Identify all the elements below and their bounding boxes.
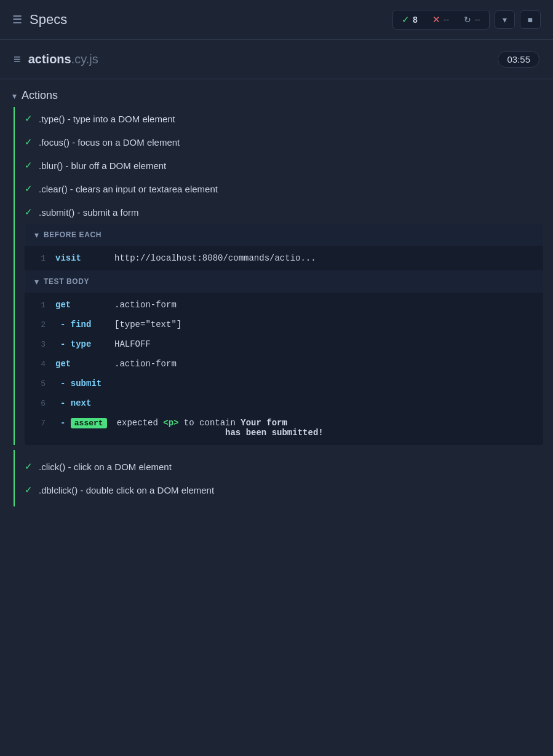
chevron-button[interactable]: ▾ <box>495 10 515 29</box>
pass-icon: ✓ <box>25 461 33 472</box>
code-row: 4 get .action-form <box>25 354 543 374</box>
line-number: 3 <box>37 340 46 349</box>
test-label: .submit() - submit a form <box>39 207 139 218</box>
command-arg: http://localhost:8080/commands/actio... <box>114 253 316 263</box>
header: ☰ Specs ✓ 8 ✕ -- ↻ -- ▾ ■ <box>0 0 553 40</box>
command: get <box>55 300 105 310</box>
test-item[interactable]: ✓ .blur() - blur off a DOM element <box>15 154 553 177</box>
suite-name: Actions <box>22 89 58 102</box>
file-ext: .cy.js <box>71 52 98 66</box>
test-label: .dblclick() - double click on a DOM elem… <box>39 485 214 495</box>
pass-icon: ✓ <box>25 183 33 194</box>
before-each-header[interactable]: ▾ BEFORE EACH <box>25 224 543 246</box>
test-item[interactable]: ✓ .click() - click on a DOM element <box>15 455 553 478</box>
code-row: 3 - type HALFOFF <box>25 334 543 354</box>
test-label: .clear() - clears an input or textarea e… <box>39 184 218 194</box>
pass-stat: ✓ 8 <box>402 14 418 25</box>
pass-icon: ✓ <box>25 136 33 148</box>
code-row: 5 - submit <box>25 374 543 393</box>
command: - find <box>55 320 105 329</box>
test-body-title: TEST BODY <box>44 277 89 286</box>
fail-count: -- <box>444 15 449 25</box>
line-number: 2 <box>37 320 46 329</box>
fail-icon: ✕ <box>432 14 440 25</box>
command: - submit <box>55 379 105 388</box>
command: - next <box>55 398 105 408</box>
command: - assert <box>55 418 107 428</box>
pass-icon: ✓ <box>25 207 33 218</box>
square-button[interactable]: ■ <box>520 10 541 29</box>
test-expanded: ▾ BEFORE EACH 1 visit http://localhost:8… <box>25 224 543 445</box>
page-title: Specs <box>30 12 67 28</box>
file-row: ≡ actions.cy.js 03:55 <box>0 40 553 79</box>
pass-icon: ✓ <box>25 484 33 495</box>
file-icon: ≡ <box>14 52 21 66</box>
assert-text: expected <p> to contain Your form has be… <box>117 418 324 438</box>
command: get <box>55 359 105 369</box>
bottom-tests: ✓ .click() - click on a DOM element ✓ .d… <box>14 450 553 506</box>
test-item[interactable]: ✓ .clear() - clears an input or textarea… <box>15 177 553 200</box>
test-item[interactable]: ✓ .submit() - submit a form <box>15 200 553 224</box>
fail-stat: ✕ -- <box>432 14 449 25</box>
chevron-down-icon: ▾ <box>12 91 17 101</box>
test-body-code: 1 get .action-form 2 - find [type="text"… <box>25 293 543 445</box>
tag-highlight: <p> <box>163 418 178 428</box>
menu-icon[interactable]: ☰ <box>12 13 22 26</box>
code-row: 1 visit http://localhost:8080/commands/a… <box>25 248 543 268</box>
command-arg: [type="text"] <box>114 320 181 329</box>
suite-header[interactable]: ▾ Actions <box>0 79 553 107</box>
test-label: .blur() - blur off a DOM element <box>39 160 166 171</box>
test-label: .click() - click on a DOM element <box>39 462 172 472</box>
before-each-code: 1 visit http://localhost:8080/commands/a… <box>25 246 543 270</box>
command-arg: HALFOFF <box>114 339 151 349</box>
line-number: 5 <box>37 379 46 388</box>
code-row: 1 get .action-form <box>25 295 543 315</box>
line-number: 6 <box>37 399 46 408</box>
file-duration: 03:55 <box>498 51 539 68</box>
test-label: .focus() - focus on a DOM element <box>39 137 180 148</box>
code-row: 6 - next <box>25 393 543 413</box>
line-number: 7 <box>37 419 46 428</box>
header-right: ✓ 8 ✕ -- ↻ -- ▾ ■ <box>392 10 541 30</box>
test-list: ✓ .type() - type into a DOM element ✓ .f… <box>14 107 553 445</box>
before-each-title: BEFORE EACH <box>44 230 101 239</box>
command: visit <box>55 253 105 263</box>
header-left: ☰ Specs <box>12 12 67 28</box>
check-icon: ✓ <box>402 14 410 25</box>
code-row: 2 - find [type="text"] <box>25 315 543 334</box>
pending-count: -- <box>474 15 480 25</box>
line-number: 1 <box>37 301 46 310</box>
test-label: .type() - type into a DOM element <box>39 114 175 124</box>
pass-icon: ✓ <box>25 160 33 171</box>
assert-badge: assert <box>71 418 107 428</box>
chevron-down-icon: ▾ <box>34 277 39 286</box>
assert-value: Your form has been submitted! <box>117 418 324 438</box>
line-number: 4 <box>37 360 46 369</box>
chevron-down-icon: ▾ <box>34 230 39 240</box>
test-item[interactable]: ✓ .dblclick() - double click on a DOM el… <box>15 478 553 502</box>
stats-badge: ✓ 8 ✕ -- ↻ -- <box>392 10 489 30</box>
test-body-header[interactable]: ▾ TEST BODY <box>25 270 543 293</box>
command-arg: .action-form <box>114 359 177 369</box>
line-number: 1 <box>37 254 46 263</box>
command: - type <box>55 339 105 349</box>
test-item[interactable]: ✓ .focus() - focus on a DOM element <box>15 130 553 154</box>
pending-icon: ↻ <box>464 15 471 25</box>
file-name: actions <box>28 52 71 66</box>
pass-count: 8 <box>413 15 418 25</box>
test-item[interactable]: ✓ .type() - type into a DOM element <box>15 107 553 130</box>
pass-icon: ✓ <box>25 113 33 124</box>
pending-stat: ↻ -- <box>464 15 480 25</box>
command-arg: .action-form <box>114 300 177 310</box>
file-row-left: ≡ actions.cy.js <box>14 52 98 66</box>
code-row: 7 - assert expected <p> to contain Your … <box>25 413 543 443</box>
